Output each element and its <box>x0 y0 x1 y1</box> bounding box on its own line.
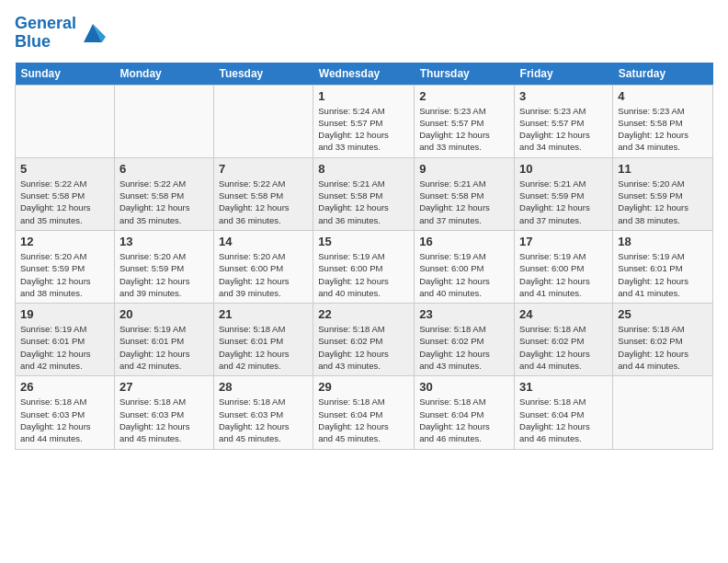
calendar-day-cell: 4Sunrise: 5:23 AM Sunset: 5:58 PM Daylig… <box>613 85 713 157</box>
day-number: 5 <box>20 162 109 176</box>
day-number: 27 <box>119 380 209 394</box>
day-info: Sunrise: 5:23 AM Sunset: 5:57 PM Dayligh… <box>519 105 608 154</box>
day-info: Sunrise: 5:24 AM Sunset: 5:57 PM Dayligh… <box>318 105 409 154</box>
day-number: 23 <box>419 307 509 321</box>
day-number: 13 <box>119 235 209 248</box>
day-info: Sunrise: 5:18 AM Sunset: 6:04 PM Dayligh… <box>318 396 409 444</box>
day-info: Sunrise: 5:20 AM Sunset: 5:59 PM Dayligh… <box>20 250 109 299</box>
day-info: Sunrise: 5:22 AM Sunset: 5:58 PM Dayligh… <box>119 178 209 226</box>
day-number: 21 <box>219 307 308 321</box>
calendar-day-cell: 26Sunrise: 5:18 AM Sunset: 6:03 PM Dayli… <box>16 376 115 449</box>
day-number: 22 <box>318 307 409 321</box>
day-number: 19 <box>20 307 109 321</box>
day-number: 11 <box>618 162 708 176</box>
calendar-day-cell: 5Sunrise: 5:22 AM Sunset: 5:58 PM Daylig… <box>16 157 115 230</box>
calendar-day-cell <box>16 85 115 157</box>
day-info: Sunrise: 5:20 AM Sunset: 5:59 PM Dayligh… <box>119 250 209 299</box>
day-info: Sunrise: 5:18 AM Sunset: 6:03 PM Dayligh… <box>119 396 209 444</box>
day-number: 28 <box>219 380 308 394</box>
calendar-day-cell: 16Sunrise: 5:19 AM Sunset: 6:00 PM Dayli… <box>415 230 515 303</box>
calendar-day-cell: 12Sunrise: 5:20 AM Sunset: 5:59 PM Dayli… <box>16 230 115 303</box>
day-info: Sunrise: 5:21 AM Sunset: 5:58 PM Dayligh… <box>419 178 509 226</box>
day-info: Sunrise: 5:22 AM Sunset: 5:58 PM Dayligh… <box>219 178 308 226</box>
day-info: Sunrise: 5:19 AM Sunset: 6:00 PM Dayligh… <box>419 250 509 299</box>
day-info: Sunrise: 5:18 AM Sunset: 6:04 PM Dayligh… <box>419 396 509 444</box>
day-info: Sunrise: 5:20 AM Sunset: 6:00 PM Dayligh… <box>219 250 308 299</box>
calendar-week-row: 12Sunrise: 5:20 AM Sunset: 5:59 PM Dayli… <box>16 230 713 303</box>
day-number: 18 <box>618 235 708 248</box>
day-number: 9 <box>419 162 509 176</box>
logo-text: General Blue <box>15 15 76 52</box>
day-number: 12 <box>20 235 109 248</box>
calendar-day-cell: 23Sunrise: 5:18 AM Sunset: 6:02 PM Dayli… <box>415 304 515 376</box>
weekday-header-tuesday: Tuesday <box>213 63 313 86</box>
calendar-week-row: 1Sunrise: 5:24 AM Sunset: 5:57 PM Daylig… <box>16 85 713 157</box>
calendar-body: 1Sunrise: 5:24 AM Sunset: 5:57 PM Daylig… <box>16 85 713 449</box>
calendar-day-cell: 11Sunrise: 5:20 AM Sunset: 5:59 PM Dayli… <box>613 157 713 230</box>
calendar-day-cell <box>613 376 713 449</box>
logo-general: General <box>15 14 76 32</box>
calendar-day-cell: 22Sunrise: 5:18 AM Sunset: 6:02 PM Dayli… <box>313 304 415 376</box>
calendar-day-cell: 10Sunrise: 5:21 AM Sunset: 5:59 PM Dayli… <box>515 157 613 230</box>
calendar-day-cell: 17Sunrise: 5:19 AM Sunset: 6:00 PM Dayli… <box>515 230 613 303</box>
day-info: Sunrise: 5:19 AM Sunset: 6:01 PM Dayligh… <box>119 323 209 372</box>
logo-icon <box>80 20 106 46</box>
day-info: Sunrise: 5:20 AM Sunset: 5:59 PM Dayligh… <box>618 178 708 226</box>
calendar-day-cell: 30Sunrise: 5:18 AM Sunset: 6:04 PM Dayli… <box>415 376 515 449</box>
calendar-day-cell: 6Sunrise: 5:22 AM Sunset: 5:58 PM Daylig… <box>114 157 213 230</box>
calendar-day-cell: 21Sunrise: 5:18 AM Sunset: 6:01 PM Dayli… <box>213 304 313 376</box>
calendar-day-cell: 19Sunrise: 5:19 AM Sunset: 6:01 PM Dayli… <box>16 304 115 376</box>
day-info: Sunrise: 5:18 AM Sunset: 6:02 PM Dayligh… <box>419 323 509 372</box>
day-number: 10 <box>519 162 608 176</box>
day-number: 25 <box>618 307 708 321</box>
header: General Blue <box>15 15 713 52</box>
day-number: 30 <box>419 380 509 394</box>
day-info: Sunrise: 5:19 AM Sunset: 6:01 PM Dayligh… <box>618 250 708 299</box>
calendar-day-cell <box>114 85 213 157</box>
day-info: Sunrise: 5:21 AM Sunset: 5:58 PM Dayligh… <box>318 178 409 226</box>
day-number: 31 <box>519 380 608 394</box>
day-number: 3 <box>519 89 608 103</box>
day-info: Sunrise: 5:18 AM Sunset: 6:02 PM Dayligh… <box>618 323 708 372</box>
weekday-header-thursday: Thursday <box>415 63 515 86</box>
weekday-header-monday: Monday <box>114 63 213 86</box>
day-info: Sunrise: 5:21 AM Sunset: 5:59 PM Dayligh… <box>519 178 608 226</box>
calendar-day-cell: 15Sunrise: 5:19 AM Sunset: 6:00 PM Dayli… <box>313 230 415 303</box>
day-number: 17 <box>519 235 608 248</box>
calendar-day-cell: 20Sunrise: 5:19 AM Sunset: 6:01 PM Dayli… <box>114 304 213 376</box>
calendar-day-cell: 18Sunrise: 5:19 AM Sunset: 6:01 PM Dayli… <box>613 230 713 303</box>
logo: General Blue <box>15 15 106 52</box>
day-info: Sunrise: 5:18 AM Sunset: 6:02 PM Dayligh… <box>519 323 608 372</box>
day-info: Sunrise: 5:23 AM Sunset: 5:58 PM Dayligh… <box>618 105 708 154</box>
day-number: 2 <box>419 89 509 103</box>
day-info: Sunrise: 5:18 AM Sunset: 6:03 PM Dayligh… <box>20 396 109 444</box>
day-number: 8 <box>318 162 409 176</box>
day-number: 20 <box>119 307 209 321</box>
day-info: Sunrise: 5:19 AM Sunset: 6:01 PM Dayligh… <box>20 323 109 372</box>
day-info: Sunrise: 5:19 AM Sunset: 6:00 PM Dayligh… <box>318 250 409 299</box>
calendar-day-cell: 28Sunrise: 5:18 AM Sunset: 6:03 PM Dayli… <box>213 376 313 449</box>
calendar-week-row: 5Sunrise: 5:22 AM Sunset: 5:58 PM Daylig… <box>16 157 713 230</box>
calendar-day-cell: 3Sunrise: 5:23 AM Sunset: 5:57 PM Daylig… <box>515 85 613 157</box>
weekday-header-sunday: Sunday <box>16 63 115 86</box>
calendar-day-cell: 31Sunrise: 5:18 AM Sunset: 6:04 PM Dayli… <box>515 376 613 449</box>
logo-blue: Blue <box>15 32 51 51</box>
calendar-day-cell: 14Sunrise: 5:20 AM Sunset: 6:00 PM Dayli… <box>213 230 313 303</box>
day-info: Sunrise: 5:19 AM Sunset: 6:00 PM Dayligh… <box>519 250 608 299</box>
calendar-day-cell: 7Sunrise: 5:22 AM Sunset: 5:58 PM Daylig… <box>213 157 313 230</box>
day-number: 7 <box>219 162 308 176</box>
day-number: 24 <box>519 307 608 321</box>
day-number: 16 <box>419 235 509 248</box>
day-info: Sunrise: 5:23 AM Sunset: 5:57 PM Dayligh… <box>419 105 509 154</box>
calendar-day-cell: 27Sunrise: 5:18 AM Sunset: 6:03 PM Dayli… <box>114 376 213 449</box>
weekday-header-row: SundayMondayTuesdayWednesdayThursdayFrid… <box>16 63 713 86</box>
weekday-header-wednesday: Wednesday <box>313 63 415 86</box>
day-number: 26 <box>20 380 109 394</box>
calendar-day-cell: 1Sunrise: 5:24 AM Sunset: 5:57 PM Daylig… <box>313 85 415 157</box>
calendar-week-row: 19Sunrise: 5:19 AM Sunset: 6:01 PM Dayli… <box>16 304 713 376</box>
calendar-day-cell: 13Sunrise: 5:20 AM Sunset: 5:59 PM Dayli… <box>114 230 213 303</box>
calendar-day-cell: 29Sunrise: 5:18 AM Sunset: 6:04 PM Dayli… <box>313 376 415 449</box>
weekday-header-saturday: Saturday <box>613 63 713 86</box>
day-number: 29 <box>318 380 409 394</box>
day-number: 14 <box>219 235 308 248</box>
